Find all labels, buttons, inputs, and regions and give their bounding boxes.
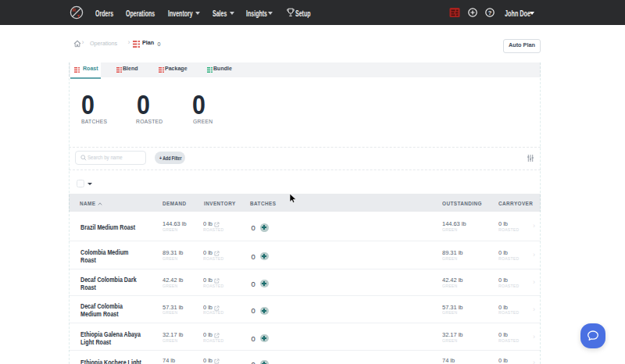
svg-text:T: T xyxy=(77,14,80,19)
svg-text:R: R xyxy=(73,8,77,12)
svg-text:?: ? xyxy=(488,9,492,16)
